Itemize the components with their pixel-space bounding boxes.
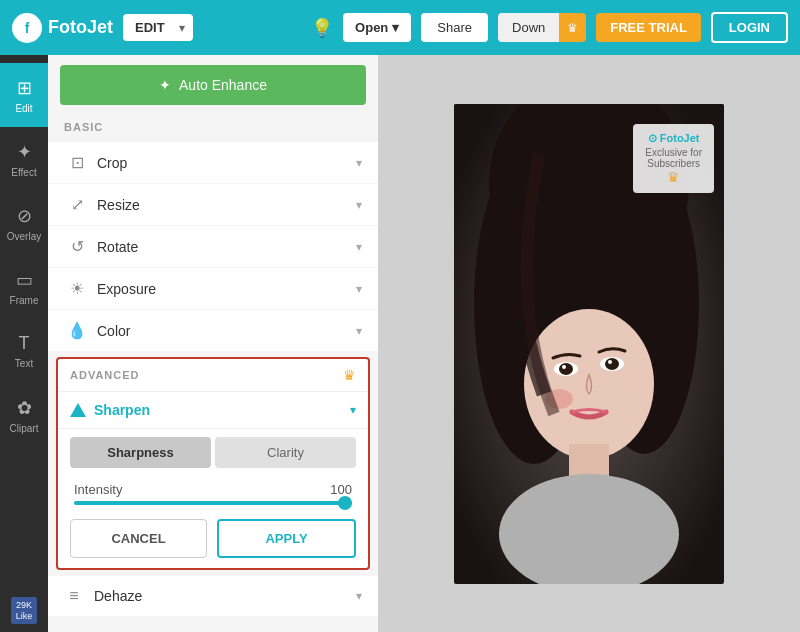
sharpen-triangle-icon xyxy=(70,403,86,417)
svg-point-12 xyxy=(608,360,612,364)
watermark-exclusive-text: Exclusive for xyxy=(645,147,702,158)
watermark-logo: ⊙ FotoJet xyxy=(645,132,702,145)
open-chevron-icon: ▾ xyxy=(392,20,399,35)
open-label: Open xyxy=(355,20,388,35)
basic-section-label: BASIC xyxy=(48,117,378,141)
logo-area: f FotoJet xyxy=(12,13,113,43)
sidebar-item-overlay[interactable]: ⊘ Overlay xyxy=(0,191,48,255)
rotate-row[interactable]: ↺ Rotate ▾ xyxy=(48,226,378,267)
download-button[interactable]: Down xyxy=(498,13,559,42)
text-icon: T xyxy=(19,333,30,354)
sharpen-label: Sharpen xyxy=(94,402,150,418)
edit-icon: ⊞ xyxy=(17,77,32,99)
exposure-icon: ☀ xyxy=(67,279,87,298)
open-button[interactable]: Open ▾ xyxy=(343,13,411,42)
crop-icon: ⊡ xyxy=(67,153,87,172)
slider-fill xyxy=(74,501,352,505)
effect-icon: ✦ xyxy=(17,141,32,163)
dehaze-arrow-icon: ▾ xyxy=(356,589,362,603)
rotate-label: Rotate xyxy=(97,239,138,255)
dehaze-icon: ≡ xyxy=(64,587,84,605)
resize-row[interactable]: ⤢ Resize ▾ xyxy=(48,184,378,225)
advanced-section: ADVANCED ♛ Sharpen ▾ Sharpness Clarity I… xyxy=(56,357,370,570)
tools-panel: ✦ Auto Enhance BASIC ⊡ Crop ▾ ⤢ Resize ▾… xyxy=(48,55,378,632)
edit-dropdown-wrapper[interactable]: EDIT xyxy=(123,14,193,41)
watermark: ⊙ FotoJet Exclusive for Subscribers ♛ xyxy=(633,124,714,193)
sidebar-item-text[interactable]: T Text xyxy=(0,319,48,383)
facebook-like-button[interactable]: 29K Like xyxy=(11,597,38,624)
crop-row[interactable]: ⊡ Crop ▾ xyxy=(48,142,378,183)
dehaze-row[interactable]: ≡ Dehaze ▾ xyxy=(48,576,378,616)
photo-frame: ⊙ FotoJet Exclusive for Subscribers ♛ xyxy=(454,104,724,584)
canvas-area: ⊙ FotoJet Exclusive for Subscribers ♛ xyxy=(378,55,800,632)
watermark-fotojet-icon: ⊙ xyxy=(648,132,657,145)
sharpen-arrow-icon: ▾ xyxy=(350,403,356,417)
bulb-icon: 💡 xyxy=(311,17,333,39)
like-label: Like xyxy=(16,611,33,621)
intensity-label: Intensity xyxy=(74,482,122,497)
auto-enhance-button[interactable]: ✦ Auto Enhance xyxy=(60,65,366,105)
sidebar-item-frame[interactable]: ▭ Frame xyxy=(0,255,48,319)
advanced-header: ADVANCED ♛ xyxy=(58,359,368,391)
download-crown-button[interactable]: ♛ xyxy=(559,13,586,42)
crop-label: Crop xyxy=(97,155,127,171)
sidebar-item-label-edit: Edit xyxy=(15,103,32,114)
exposure-arrow-icon: ▾ xyxy=(356,282,362,296)
resize-arrow-icon: ▾ xyxy=(356,198,362,212)
advanced-section-label: ADVANCED xyxy=(70,369,140,381)
svg-point-8 xyxy=(559,363,573,375)
rotate-icon: ↺ xyxy=(67,237,87,256)
header: f FotoJet EDIT 💡 Open ▾ Share Down ♛ FRE… xyxy=(0,0,800,55)
sharpness-tab[interactable]: Sharpness xyxy=(70,437,211,468)
sidebar-item-effect[interactable]: ✦ Effect xyxy=(0,127,48,191)
color-arrow-icon: ▾ xyxy=(356,324,362,338)
overlay-icon: ⊘ xyxy=(17,205,32,227)
slider-track xyxy=(74,501,352,505)
crop-arrow-icon: ▾ xyxy=(356,156,362,170)
color-row[interactable]: 💧 Color ▾ xyxy=(48,310,378,351)
download-group: Down ♛ xyxy=(498,13,586,42)
intensity-slider-row xyxy=(58,501,368,513)
frame-icon: ▭ xyxy=(16,269,33,291)
like-count: 29K xyxy=(16,600,32,610)
share-button[interactable]: Share xyxy=(421,13,488,42)
color-icon: 💧 xyxy=(67,321,87,340)
sidebar-item-clipart[interactable]: ✿ Clipart xyxy=(0,383,48,447)
logo-icon: f xyxy=(12,13,42,43)
watermark-subscribers-text: Subscribers xyxy=(645,158,702,169)
apply-button[interactable]: APPLY xyxy=(217,519,356,558)
sidebar-item-label-overlay: Overlay xyxy=(7,231,41,242)
intensity-row: Intensity 100 xyxy=(58,476,368,501)
login-button[interactable]: LOGIN xyxy=(711,12,788,43)
exposure-row[interactable]: ☀ Exposure ▾ xyxy=(48,268,378,309)
dehaze-label: Dehaze xyxy=(94,588,142,604)
auto-enhance-icon: ✦ xyxy=(159,77,171,93)
sharpen-tabs: Sharpness Clarity xyxy=(58,428,368,476)
intensity-value: 100 xyxy=(330,482,352,497)
sidebar-item-edit[interactable]: ⊞ Edit xyxy=(0,63,48,127)
resize-label: Resize xyxy=(97,197,140,213)
watermark-logo-text: FotoJet xyxy=(660,132,700,144)
sidebar-item-label-clipart: Clipart xyxy=(10,423,39,434)
auto-enhance-label: Auto Enhance xyxy=(179,77,267,93)
color-label: Color xyxy=(97,323,130,339)
resize-icon: ⤢ xyxy=(67,195,87,214)
free-trial-button[interactable]: FREE TRIAL xyxy=(596,13,701,42)
slider-thumb[interactable] xyxy=(338,496,352,510)
cancel-button[interactable]: CANCEL xyxy=(70,519,207,558)
sidebar-item-label-frame: Frame xyxy=(10,295,39,306)
edit-dropdown[interactable]: EDIT xyxy=(123,14,193,41)
advanced-crown-icon: ♛ xyxy=(343,367,356,383)
sidebar-item-label-effect: Effect xyxy=(11,167,36,178)
svg-point-9 xyxy=(562,365,566,369)
main-layout: ⊞ Edit ✦ Effect ⊘ Overlay ▭ Frame T Text… xyxy=(0,55,800,632)
sidebar-item-label-text: Text xyxy=(15,358,33,369)
sharpen-row[interactable]: Sharpen ▾ xyxy=(58,391,368,428)
clipart-icon: ✿ xyxy=(17,397,32,419)
logo-text: FotoJet xyxy=(48,17,113,38)
rotate-arrow-icon: ▾ xyxy=(356,240,362,254)
icon-sidebar: ⊞ Edit ✦ Effect ⊘ Overlay ▭ Frame T Text… xyxy=(0,55,48,632)
clarity-tab[interactable]: Clarity xyxy=(215,437,356,468)
exposure-label: Exposure xyxy=(97,281,156,297)
svg-point-11 xyxy=(605,358,619,370)
